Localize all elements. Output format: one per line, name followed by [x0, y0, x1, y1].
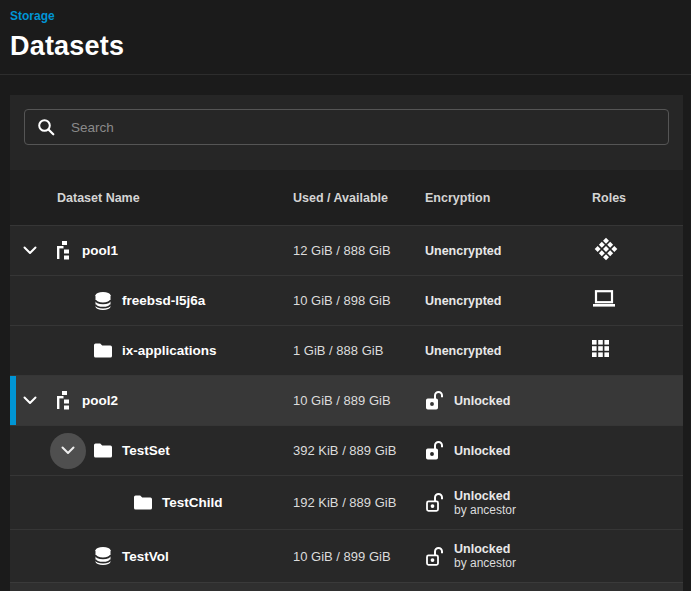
dataset-name-cell: ix-applications [10, 342, 293, 359]
column-dataset-name: Dataset Name [10, 191, 293, 205]
folder-icon [93, 342, 113, 359]
dataset-root-icon [54, 241, 73, 260]
encryption-status: Unlocked [454, 489, 510, 503]
used-available-value: 192 KiB / 889 GiB [293, 495, 425, 510]
encryption-status: Unencrypted [425, 244, 501, 258]
dataset-name: freebsd-l5j6a [122, 293, 205, 308]
datasets-page: Storage Datasets Dataset Name Used / Ava… [0, 0, 691, 591]
table-row-testchild[interactable]: TestChild 192 KiB / 889 GiB Unlocked by … [10, 475, 683, 529]
encryption-status: Unencrypted [425, 294, 501, 308]
dataset-name: TestSet [122, 443, 170, 458]
encryption-status-sub: by ancestor [454, 503, 516, 517]
used-available-value: 10 GiB / 889 GiB [293, 393, 425, 408]
search-section [10, 95, 683, 170]
search-icon [37, 118, 55, 136]
lock-open-outline-icon [425, 546, 444, 567]
dataset-name-cell: pool2 [10, 391, 293, 410]
system-dataset-weave-icon [592, 237, 620, 265]
table-header: Dataset Name Used / Available Encryption… [10, 170, 683, 225]
table-row-pool1[interactable]: pool1 12 GiB / 888 GiB Unencrypted [10, 225, 683, 275]
folder-icon [93, 442, 113, 459]
table-row-ix-applications[interactable]: ix-applications 1 GiB / 888 GiB Unencryp… [10, 325, 683, 375]
dataset-name: ix-applications [122, 343, 217, 358]
next-row-partial [10, 582, 683, 591]
page-title: Datasets [10, 31, 691, 62]
search-input[interactable] [69, 119, 656, 136]
table-row-pool2[interactable]: pool2 10 GiB / 889 GiB Unlocked [10, 375, 683, 425]
used-available-value: 10 GiB / 899 GiB [293, 549, 425, 564]
dataset-name-cell: TestChild [10, 494, 293, 511]
encryption-status: Unlocked [454, 394, 510, 408]
dataset-name-cell: TestVol [10, 546, 293, 566]
used-available-value: 10 GiB / 898 GiB [293, 293, 425, 308]
used-available-value: 392 KiB / 889 GiB [293, 443, 425, 458]
encryption-status-sub: by ancestor [454, 556, 516, 570]
vm-laptop-icon [592, 290, 616, 311]
dataset-name-cell: freebsd-l5j6a [10, 291, 293, 311]
dataset-name: TestChild [162, 495, 223, 510]
dataset-name: TestVol [122, 549, 169, 564]
dataset-name-cell: pool1 [10, 241, 293, 260]
folder-icon [133, 494, 153, 511]
dataset-name: pool2 [82, 393, 118, 408]
column-used-available: Used / Available [293, 191, 425, 205]
page-header: Storage Datasets [0, 0, 691, 62]
lock-open-filled-icon [425, 440, 444, 461]
lock-open-outline-icon [425, 492, 444, 513]
used-available-value: 1 GiB / 888 GiB [293, 343, 425, 358]
zvol-database-icon [93, 546, 113, 566]
dataset-name-cell: TestSet [10, 433, 293, 469]
encryption-status: Unlocked [454, 444, 510, 458]
table-row-freebsd-l5j6a[interactable]: freebsd-l5j6a 10 GiB / 898 GiB Unencrypt… [10, 275, 683, 325]
zvol-database-icon [93, 291, 113, 311]
column-roles: Roles [570, 191, 683, 205]
breadcrumb-storage-link[interactable]: Storage [10, 9, 55, 23]
header-divider [0, 74, 691, 75]
table-row-testset[interactable]: TestSet 392 KiB / 889 GiB Unlocked [10, 425, 683, 475]
column-encryption: Encryption [425, 191, 570, 205]
encryption-status: Unlocked [454, 542, 510, 556]
lock-open-filled-icon [425, 390, 444, 411]
chevron-down-icon[interactable] [23, 246, 37, 255]
dataset-root-icon [54, 391, 73, 410]
chevron-down-icon [61, 446, 75, 455]
table-row-testvol[interactable]: TestVol 10 GiB / 899 GiB Unlocked by anc… [10, 529, 683, 582]
datasets-card: Dataset Name Used / Available Encryption… [10, 95, 683, 591]
expand-toggle-button[interactable] [50, 433, 86, 469]
encryption-status: Unencrypted [425, 344, 501, 358]
chevron-down-icon[interactable] [23, 396, 37, 405]
used-available-value: 12 GiB / 888 GiB [293, 243, 425, 258]
dataset-name: pool1 [82, 243, 118, 258]
search-box[interactable] [24, 109, 669, 145]
apps-grid-icon [592, 340, 609, 361]
